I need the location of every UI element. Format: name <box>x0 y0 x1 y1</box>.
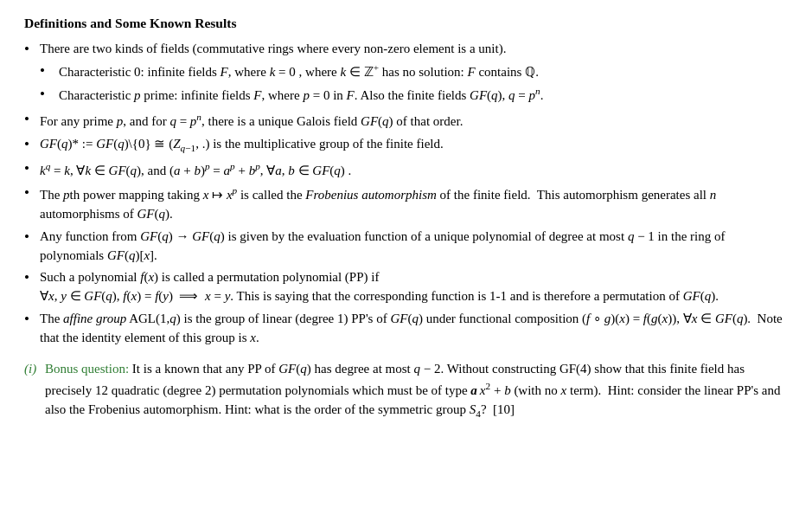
bonus-row: (i) Bonus question: It is a known that a… <box>24 359 788 421</box>
section-title: Definitions and Some Known Results <box>24 16 788 31</box>
item-content: For any prime p, and for q = pn, there i… <box>40 110 788 132</box>
bullet-icon: • <box>40 61 59 82</box>
list-item: • Any function from GF(q) → GF(q) is giv… <box>24 228 788 266</box>
bullet-icon: • <box>24 39 40 61</box>
bonus-section: (i) Bonus question: It is a known that a… <box>24 359 788 421</box>
item-content: kq = k, ∀k ∈ GF(q), and (a + b)p = ap + … <box>40 159 788 181</box>
list-item: • The pth power mapping taking x ↦ xp is… <box>24 183 788 224</box>
list-item: • Characteristic 0: infinite fields F, w… <box>40 61 788 82</box>
list-item: • GF(q)* := GF(q)\{0} ≅ (Zq−1, .) is the… <box>24 135 788 156</box>
item-content: The affine group AGL(1,q) is the group o… <box>40 310 788 348</box>
bonus-content: Bonus question: It is a known that any P… <box>45 359 788 421</box>
bullet-icon: • <box>24 158 40 180</box>
list-item: • Characteristic p prime: infinite field… <box>40 84 788 106</box>
bullet-icon: • <box>24 134 40 156</box>
list-item: • The affine group AGL(1,q) is the group… <box>24 310 788 348</box>
part-label: (i) <box>24 359 45 379</box>
item-content: The pth power mapping taking x ↦ xp is c… <box>40 183 788 224</box>
main-content: Definitions and Some Known Results • The… <box>24 16 788 421</box>
list-item: • Such a polynomial f(x) is called a per… <box>24 268 788 306</box>
bullet-icon: • <box>24 183 40 204</box>
bonus-label: Bonus question: <box>45 362 129 376</box>
bullet-icon: • <box>40 84 59 106</box>
list-item: • There are two kinds of fields (commuta… <box>24 40 788 106</box>
item-content: Such a polynomial f(x) is called a permu… <box>40 268 788 306</box>
list-item: • For any prime p, and for q = pn, there… <box>24 110 788 132</box>
bullet-icon: • <box>24 309 40 331</box>
list-item: • kq = k, ∀k ∈ GF(q), and (a + b)p = ap … <box>24 159 788 181</box>
bullet-icon: • <box>24 109 40 131</box>
bullet-icon: • <box>24 227 40 248</box>
item-content: There are two kinds of fields (commutati… <box>40 40 788 106</box>
item-content: Any function from GF(q) → GF(q) is given… <box>40 228 788 266</box>
bullet-icon: • <box>24 267 40 289</box>
main-list: • There are two kinds of fields (commuta… <box>24 40 788 347</box>
item-content: GF(q)* := GF(q)\{0} ≅ (Zq−1, .) is the m… <box>40 135 788 155</box>
sub-list: • Characteristic 0: infinite fields F, w… <box>40 61 788 106</box>
item-content: Characteristic p prime: infinite fields … <box>59 84 788 106</box>
item-content: Characteristic 0: infinite fields F, whe… <box>59 61 788 82</box>
